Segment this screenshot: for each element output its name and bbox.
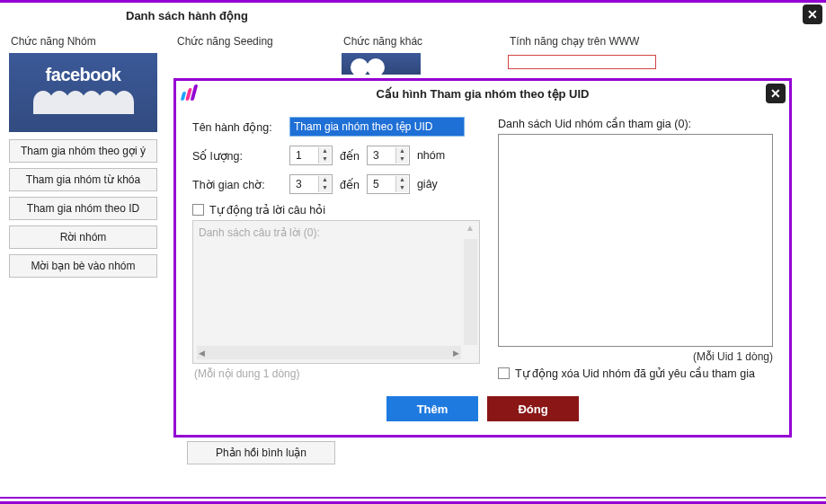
label-unit-second: giây xyxy=(417,178,438,190)
add-button[interactable]: Thêm xyxy=(386,396,478,421)
modal-title-text: Cấu hình Tham gia nhóm theo tệp UID xyxy=(377,87,590,101)
label-quantity: Số lượng: xyxy=(192,149,282,163)
bottom-stripe xyxy=(0,497,826,504)
spin-up-icon[interactable]: ▲ xyxy=(395,147,408,155)
window-title: Danh sách hành động xyxy=(126,9,248,22)
spin-down-icon[interactable]: ▼ xyxy=(318,155,331,164)
modal-footer: Thêm Đóng xyxy=(176,391,789,430)
people-silhouettes-icon xyxy=(35,91,132,114)
spin-down-icon[interactable]: ▼ xyxy=(395,184,408,192)
modal-titlebar: Cấu hình Tham gia nhóm theo tệp UID ✕ xyxy=(176,81,789,106)
btn-leave-group[interactable]: Rời nhóm xyxy=(9,225,157,249)
main-window: Danh sách hành động ✕ Chức năng Nhóm fac… xyxy=(0,0,826,504)
scrollbar-horizontal[interactable]: ◀▶ xyxy=(197,346,461,359)
btn-invite-friends[interactable]: Mời bạn bè vào nhóm xyxy=(9,254,157,278)
label-unit-group: nhóm xyxy=(417,149,445,162)
spin-up-icon[interactable]: ▲ xyxy=(318,147,331,155)
btn-join-id[interactable]: Tham gia nhóm theo ID xyxy=(9,197,157,220)
col-group: Chức năng Nhóm facebook Tham gia nhóm th… xyxy=(9,33,166,283)
answers-placeholder: Danh sách câu trả lời (0): xyxy=(199,226,320,239)
input-action-name[interactable] xyxy=(289,117,465,137)
label-auto-delete: Tự động xóa Uid nhóm đã gửi yêu cầu tham… xyxy=(515,367,755,380)
facebook-card: facebook xyxy=(9,53,157,132)
spin-time-from[interactable]: 3▲▼ xyxy=(289,174,333,194)
uid-hint: (Mỗi Uid 1 dòng) xyxy=(498,347,773,367)
spin-down-icon[interactable]: ▼ xyxy=(318,184,331,192)
col-www-title: Tính năng chạy trên WWW xyxy=(508,33,665,53)
col-other-title: Chức năng khác xyxy=(342,33,499,53)
modal-close-button[interactable]: ✕ xyxy=(766,84,786,103)
checkbox-auto-answer[interactable] xyxy=(192,204,204,216)
titlebar: Danh sách hành động ✕ xyxy=(0,3,826,28)
window-close-button[interactable]: ✕ xyxy=(803,4,822,24)
facebook-logo-text: facebook xyxy=(46,65,121,85)
modal-logo-icon xyxy=(182,84,203,101)
label-wait-time: Thời gian chờ: xyxy=(192,178,282,191)
spin-up-icon[interactable]: ▲ xyxy=(318,176,331,184)
label-to-1: đến xyxy=(340,149,360,163)
config-modal: Cấu hình Tham gia nhóm theo tệp UID ✕ Tê… xyxy=(173,78,792,438)
www-url-stub xyxy=(508,55,656,69)
btn-reply-comment[interactable]: Phản hồi bình luận xyxy=(187,441,335,464)
modal-body: Tên hành động: Số lượng: 1▲▼ đến 3▲▼ nhó… xyxy=(176,106,789,391)
close-button[interactable]: Đóng xyxy=(487,396,579,421)
spin-down-icon[interactable]: ▼ xyxy=(395,155,408,164)
spin-time-to[interactable]: 5▲▼ xyxy=(367,174,410,194)
answers-textarea[interactable]: Danh sách câu trả lời (0): ◀▶ xyxy=(192,220,480,364)
col-group-title: Chức năng Nhóm xyxy=(9,33,166,53)
btn-join-keyword[interactable]: Tham gia nhóm từ khóa xyxy=(9,168,157,191)
col-seeding-title: Chức năng Seeding xyxy=(175,33,333,53)
btn-join-suggestion[interactable]: Tham gia nhóm theo gợi ý xyxy=(9,139,157,163)
label-auto-answer: Tự động trả lời câu hỏi xyxy=(209,203,325,217)
spin-qty-from[interactable]: 1▲▼ xyxy=(289,146,333,165)
label-to-2: đến xyxy=(340,178,360,191)
uid-list-textarea[interactable] xyxy=(498,134,773,347)
label-uid-list: Danh sách Uid nhóm cần tham gia (0): xyxy=(498,117,773,130)
label-action-name: Tên hành động: xyxy=(192,120,282,134)
spin-qty-to[interactable]: 3▲▼ xyxy=(367,146,410,165)
modal-right-pane: Danh sách Uid nhóm cần tham gia (0): (Mỗ… xyxy=(498,117,773,384)
modal-left-pane: Tên hành động: Số lượng: 1▲▼ đến 3▲▼ nhó… xyxy=(192,117,480,384)
answers-hint: (Mỗi nội dung 1 dòng) xyxy=(192,364,480,384)
checkbox-auto-delete[interactable] xyxy=(498,367,510,379)
spin-up-icon[interactable]: ▲ xyxy=(395,176,408,184)
scrollbar-vertical[interactable] xyxy=(464,239,477,345)
other-card-image xyxy=(342,53,421,75)
